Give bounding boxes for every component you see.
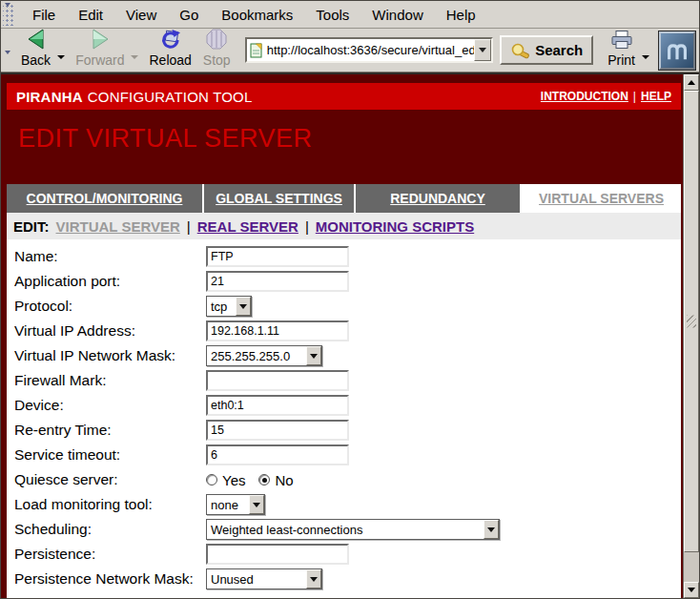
quiesce-server-radio-label-yes[interactable]: Yes (222, 472, 245, 488)
load-monitoring-tool-select[interactable]: none (206, 494, 265, 515)
persistence-input[interactable] (206, 544, 349, 565)
scheduling-selected-value: Weighted least-connections (207, 520, 484, 539)
form-row-persistence-network-mask: Persistence Network Mask:Unused (7, 567, 681, 591)
menu-items: FileEditViewGoBookmarksToolsWindowHelp (15, 1, 487, 28)
subnav-link-real-server[interactable]: REAL SERVER (197, 218, 299, 235)
search-button[interactable]: Search (500, 35, 593, 65)
back-button[interactable]: Back (15, 30, 56, 72)
forward-dropdown-arrow[interactable] (131, 55, 138, 59)
form-row-protocol: Protocol:tcp (7, 294, 681, 319)
field-label-firewall-mark: Firewall Mark: (14, 372, 206, 389)
url-dropdown-button[interactable] (474, 39, 491, 61)
form-row-persistence: Persistence: (7, 542, 681, 567)
menu-view[interactable]: View (114, 3, 168, 27)
url-text[interactable]: http://localhost:3636/secure/virtual_edi… (267, 43, 474, 57)
scheduling-select[interactable]: Weighted least-connections (206, 519, 500, 540)
scroll-up-button[interactable] (684, 74, 699, 91)
firewall-mark-input[interactable] (206, 370, 349, 391)
re-entry-time-input[interactable] (206, 420, 349, 441)
stop-label: Stop (203, 53, 231, 68)
persistence-network-mask-selected-value: Unused (207, 569, 306, 589)
quiesce-server-radio-no[interactable] (258, 474, 270, 485)
app-title-rest: CONFIGURATION TOOL (88, 89, 253, 105)
quiesce-server-radio-yes[interactable] (206, 474, 217, 485)
form-row-application-port: Application port: (7, 269, 681, 294)
back-dropdown-arrow[interactable] (57, 55, 65, 59)
form-row-device: Device: (7, 393, 681, 418)
app-title: PIRANHACONFIGURATION TOOL (16, 89, 253, 105)
name-input[interactable] (206, 246, 349, 267)
tab-control-monitoring[interactable]: CONTROL/MONITORING (7, 184, 202, 213)
dropdown-arrow-icon[interactable] (484, 520, 499, 539)
forward-label: Forward (75, 53, 124, 68)
quiesce-server-radio-label-no[interactable]: No (275, 472, 293, 488)
persistence-network-mask-select[interactable]: Unused (206, 568, 322, 589)
scrollbar-track[interactable] (684, 552, 699, 582)
subnav-prefix: EDIT: (13, 218, 50, 235)
menu-edit[interactable]: Edit (67, 3, 114, 27)
search-label: Search (535, 42, 583, 58)
app-title-bold: PIRANHA (16, 89, 83, 105)
scrollbar-thumb[interactable] (684, 91, 699, 552)
page-viewport: PIRANHACONFIGURATION TOOL INTRODUCTION |… (1, 72, 699, 598)
reload-label: Reload (149, 53, 191, 68)
protocol-select[interactable]: tcp (206, 296, 252, 317)
app-header-bar: PIRANHACONFIGURATION TOOL INTRODUCTION |… (7, 83, 681, 110)
menu-go[interactable]: Go (168, 3, 210, 27)
scroll-down-button[interactable] (684, 582, 699, 598)
service-timeout-input[interactable] (206, 444, 349, 465)
back-icon (24, 28, 49, 53)
field-label-protocol: Protocol: (14, 298, 206, 315)
url-bar[interactable]: http://localhost:3636/secure/virtual_edi… (245, 37, 493, 63)
field-label-persistence: Persistence: (14, 546, 206, 563)
print-icon (609, 30, 634, 53)
device-input[interactable] (206, 395, 349, 416)
reload-button[interactable]: Reload (143, 30, 196, 72)
print-button[interactable]: Print (602, 30, 641, 72)
subnav-link-monitoring-scripts[interactable]: MONITORING SCRIPTS (316, 218, 474, 235)
mozilla-logo-button[interactable] (659, 31, 695, 70)
menubar-grip-handle[interactable] (3, 3, 13, 26)
piranha-page: PIRANHACONFIGURATION TOOL INTRODUCTION |… (1, 74, 683, 598)
menu-help[interactable]: Help (435, 3, 487, 27)
print-dropdown-arrow[interactable] (642, 55, 649, 59)
application-port-input[interactable] (206, 271, 349, 292)
help-link[interactable]: HELP (641, 90, 671, 103)
dropdown-arrow-icon[interactable] (236, 297, 251, 316)
bookmark-icon (250, 43, 263, 58)
dropdown-arrow-icon[interactable] (249, 495, 264, 514)
introduction-link[interactable]: INTRODUCTION (541, 90, 628, 103)
scrollbar-grip-icon (687, 316, 696, 328)
menu-file[interactable]: File (21, 3, 67, 27)
form-row-load-monitoring-tool: Load monitoring tool:none (7, 492, 681, 517)
field-label-persistence-network-mask: Persistence Network Mask: (14, 570, 206, 588)
form-row-firewall-mark: Firewall Mark: (7, 368, 681, 393)
field-label-name: Name: (14, 248, 206, 265)
dropdown-arrow-icon[interactable] (306, 569, 321, 589)
forward-button[interactable]: Forward (70, 30, 130, 72)
form-row-re-entry-time: Re-entry Time: (7, 418, 681, 443)
virtual-ip-address-input[interactable] (206, 320, 349, 341)
dropdown-arrow-icon[interactable] (306, 346, 321, 365)
stop-button[interactable]: Stop (197, 30, 237, 72)
menu-bookmarks[interactable]: Bookmarks (210, 3, 304, 27)
field-label-load-monitoring-tool: Load monitoring tool: (14, 496, 206, 513)
field-label-virtual-ip-network-mask: Virtual IP Network Mask: (14, 347, 206, 364)
subnav: EDIT: VIRTUAL SERVER|REAL SERVER|MONITOR… (7, 213, 681, 239)
menu-window[interactable]: Window (360, 3, 434, 27)
tab-redundancy[interactable]: REDUNDANCY (356, 184, 520, 213)
subnav-links: VIRTUAL SERVER|REAL SERVER|MONITORING SC… (56, 218, 475, 235)
tab-virtual-servers[interactable]: VIRTUAL SERVERS (522, 184, 681, 213)
virtual-ip-network-mask-select[interactable]: 255.255.255.0 (206, 345, 322, 366)
menu-tools[interactable]: Tools (304, 3, 360, 27)
up-arrow-icon (688, 80, 695, 85)
menu-bar: FileEditViewGoBookmarksToolsWindowHelp (1, 1, 699, 29)
tab-global-settings[interactable]: GLOBAL SETTINGS (204, 184, 354, 213)
header-links: INTRODUCTION | HELP (541, 90, 671, 103)
quiesce-server-radio-group: YesNo (206, 472, 302, 488)
mozilla-m-icon (663, 37, 691, 64)
down-arrow-icon (688, 588, 695, 592)
vertical-scrollbar[interactable] (683, 74, 699, 598)
subnav-link-virtual-server[interactable]: VIRTUAL SERVER (56, 218, 180, 235)
header-link-divider: | (633, 90, 636, 103)
